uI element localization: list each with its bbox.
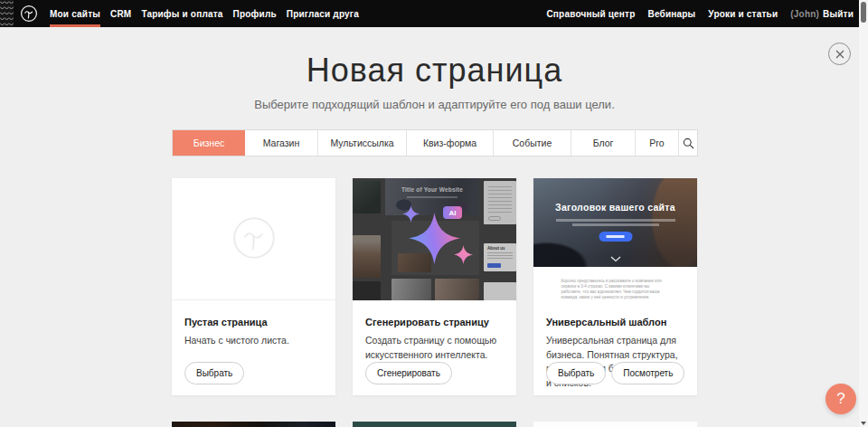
template-hero: Заголовок вашего сайта <box>533 178 697 267</box>
choose-template-button[interactable]: Выбрать <box>546 362 606 384</box>
ai-generate-preview[interactable]: Title of Your Website About us <box>353 178 516 300</box>
template-hero-subline <box>556 219 675 222</box>
new-page-dialog: Новая страница Выберите подходящий шабло… <box>0 27 859 427</box>
nav-lessons[interactable]: Уроки и статьи <box>708 0 778 27</box>
next-row-peek <box>172 422 697 427</box>
tilda-logo-icon[interactable] <box>19 4 39 24</box>
tab-search[interactable] <box>679 130 697 156</box>
blank-page-preview[interactable] <box>172 178 335 300</box>
template-paragraph: Коротко представьтесь и расскажите о ком… <box>561 279 670 300</box>
nav-my-sites[interactable]: Мои сайты <box>50 0 100 27</box>
ai-badge-label: AI <box>449 209 457 217</box>
nav-invite-friend[interactable]: Пригласи друга <box>287 0 359 27</box>
template-preview[interactable]: Заголовок вашего сайта Коротко представь… <box>533 178 697 300</box>
template-hero-button <box>599 232 632 242</box>
card-ai-generate: Title of Your Website About us <box>353 178 516 395</box>
close-icon <box>835 50 844 59</box>
tab-store[interactable]: Магазин <box>245 130 318 156</box>
help-button[interactable]: ? <box>826 384 856 414</box>
tilda-app: Мои сайты CRM Тарифы и оплата Профиль Пр… <box>0 0 868 427</box>
card-universal-template: Заголовок вашего сайта Коротко представь… <box>533 178 697 395</box>
card-title: Универсальный шаблон <box>533 300 697 327</box>
tab-multilink[interactable]: Мультиссылка <box>318 130 407 156</box>
page-title: Новая страница <box>167 52 702 90</box>
topbar: Мои сайты CRM Тарифы и оплата Профиль Пр… <box>0 0 859 27</box>
scrollbar-down-arrow-icon[interactable] <box>861 422 866 425</box>
nav-profile[interactable]: Профиль <box>233 0 277 27</box>
generate-button[interactable]: Сгенерировать <box>365 362 452 384</box>
template-body: Коротко представьтесь и расскажите о ком… <box>533 267 697 300</box>
nav-webinars[interactable]: Вебинары <box>648 0 696 27</box>
template-cards: Пустая страница Начать с чистого листа. … <box>172 178 697 395</box>
next-card-peek[interactable] <box>172 422 335 427</box>
nav-help-center[interactable]: Справочный центр <box>546 0 635 27</box>
template-hero-subline <box>572 223 659 226</box>
topbar-left-menu: Мои сайты CRM Тарифы и оплата Профиль Пр… <box>50 0 359 27</box>
decor-pattern <box>0 0 14 27</box>
search-icon <box>683 138 694 149</box>
tab-event[interactable]: Событие <box>494 130 571 156</box>
card-description: Создать страницу с помощью искусственног… <box>353 327 516 362</box>
page-subtitle: Выберите подходящий шаблон и адаптируйте… <box>167 98 702 111</box>
tab-blog[interactable]: Блог <box>571 130 636 156</box>
topbar-right-menu: Справочный центр Вебинары Уроки и статьи… <box>546 0 854 27</box>
view-template-button[interactable]: Посмотреть <box>611 362 684 384</box>
nav-crm[interactable]: CRM <box>110 0 131 27</box>
choose-blank-button[interactable]: Выбрать <box>184 362 244 384</box>
logout-label: Выйти <box>823 9 854 19</box>
tab-quiz-form[interactable]: Квиз-форма <box>407 130 494 156</box>
user-name: (John) <box>790 9 819 19</box>
next-card-peek[interactable] <box>353 422 516 427</box>
template-category-tabs: Бизнес Магазин Мультиссылка Квиз-форма С… <box>172 129 698 157</box>
card-title: Пустая страница <box>172 300 335 327</box>
ai-sparkle-icon: AI <box>353 178 516 300</box>
card-actions: Выбрать <box>184 362 244 384</box>
next-card-peek[interactable] <box>533 422 697 427</box>
card-actions: Выбрать Посмотреть <box>546 362 684 384</box>
tab-pro[interactable]: Pro <box>636 130 679 156</box>
nav-pricing[interactable]: Тарифы и оплата <box>141 0 222 27</box>
question-mark-icon: ? <box>836 390 844 408</box>
tilda-watermark-icon <box>232 216 276 260</box>
scrollbar[interactable] <box>859 0 868 427</box>
scrollbar-thumb[interactable] <box>861 2 866 23</box>
close-button[interactable] <box>828 43 851 65</box>
ai-badge: AI <box>443 206 462 219</box>
nav-logout[interactable]: (John) Выйти <box>790 0 854 27</box>
card-title: Сгенерировать страницу <box>353 300 516 327</box>
chevron-down-icon <box>610 256 621 262</box>
card-description: Начать с чистого листа. <box>172 327 335 348</box>
tab-business[interactable]: Бизнес <box>173 130 245 156</box>
card-actions: Сгенерировать <box>365 362 452 384</box>
template-hero-heading: Заголовок вашего сайта <box>533 202 697 213</box>
card-blank-page: Пустая страница Начать с чистого листа. … <box>172 178 335 395</box>
